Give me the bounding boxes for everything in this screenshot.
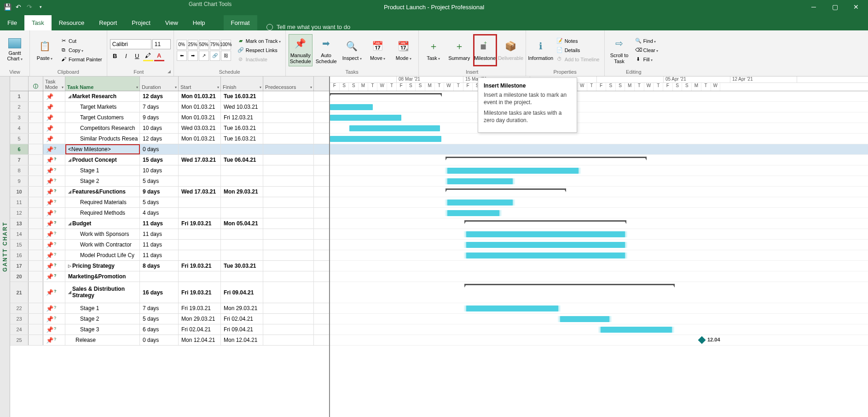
- gantt-row[interactable]: [330, 250, 868, 261]
- cell-finish[interactable]: [221, 229, 263, 239]
- cell-dur[interactable]: 11 days: [140, 240, 179, 250]
- gantt-row[interactable]: [330, 261, 868, 271]
- indent-button[interactable]: ➡: [188, 51, 198, 61]
- cell-pred[interactable]: [263, 240, 314, 250]
- cell-finish[interactable]: Mon 29.03.21: [221, 303, 263, 313]
- tab-report[interactable]: Report: [92, 15, 124, 30]
- task-mode-cell[interactable]: 📌: [43, 102, 65, 112]
- underline-button[interactable]: U: [132, 51, 142, 61]
- row-number[interactable]: 3: [10, 112, 29, 123]
- summary-bar[interactable]: [330, 93, 441, 94]
- cell-pred[interactable]: [263, 155, 314, 165]
- font-name-select[interactable]: [110, 39, 151, 49]
- task-row[interactable]: 2📌Target Markets7 daysMon 01.03.21Wed 10…: [10, 102, 329, 112]
- cell-pred[interactable]: [263, 144, 314, 154]
- cell-pred[interactable]: [263, 324, 314, 335]
- cell-pred[interactable]: [263, 91, 314, 101]
- task-row[interactable]: 6📌<New Milestone>0 days: [10, 144, 329, 155]
- row-number[interactable]: 16: [10, 250, 29, 260]
- inspect-button[interactable]: 🔍 Inspect: [340, 34, 364, 66]
- cell-start[interactable]: [179, 229, 221, 239]
- cell-finish[interactable]: Tue 16.03.21: [221, 123, 263, 133]
- cell-finish[interactable]: [221, 240, 263, 250]
- task-row[interactable]: 16📌Model Product Life Cy11 days: [10, 250, 329, 261]
- cell-finish[interactable]: Mon 05.04.21: [221, 218, 263, 229]
- row-number[interactable]: 11: [10, 197, 29, 207]
- row-number[interactable]: 17: [10, 261, 29, 271]
- task-row[interactable]: 7📌◢Product Concept15 daysWed 17.03.21Tue…: [10, 155, 329, 165]
- tab-view[interactable]: View: [158, 15, 185, 30]
- copy-button[interactable]: ⧉Copy: [58, 46, 104, 54]
- row-number[interactable]: 25: [10, 335, 29, 345]
- task-row[interactable]: 17📌▷Pricing Strategy8 daysFri 19.03.21Tu…: [10, 261, 329, 271]
- gantt-row[interactable]: [330, 165, 868, 176]
- task-mode-cell[interactable]: 📌: [43, 208, 65, 218]
- auto-schedule-button[interactable]: ➡ Auto Schedule: [314, 34, 338, 66]
- redo-icon[interactable]: ↷: [26, 3, 33, 11]
- cell-start[interactable]: Mon 01.03.21: [179, 91, 221, 101]
- col-header-rownum[interactable]: [10, 76, 29, 91]
- gantt-row[interactable]: [330, 134, 868, 144]
- cell-pred[interactable]: [263, 123, 314, 133]
- task-row[interactable]: 12📌Required Methods4 days: [10, 208, 329, 218]
- task-name-cell[interactable]: Similar Products Resea: [65, 134, 140, 144]
- row-number[interactable]: 9: [10, 176, 29, 186]
- cut-button[interactable]: ✂Cut: [58, 37, 104, 45]
- cell-start[interactable]: Mon 01.03.21: [179, 112, 221, 123]
- gantt-row[interactable]: [330, 102, 868, 112]
- cell-dur[interactable]: 5 days: [140, 314, 179, 324]
- move-button[interactable]: 📅 Move: [366, 34, 390, 66]
- row-number[interactable]: 10: [10, 187, 29, 197]
- cell-start[interactable]: Mon 12.04.21: [179, 335, 221, 345]
- gantt-row[interactable]: [330, 314, 868, 324]
- col-header-start[interactable]: Start▾: [179, 76, 221, 91]
- task-bar[interactable]: [466, 242, 625, 248]
- row-number[interactable]: 20: [10, 271, 29, 282]
- cell-start[interactable]: [179, 240, 221, 250]
- task-row[interactable]: 5📌Similar Products Resea12 daysMon 01.03…: [10, 134, 329, 144]
- task-mode-cell[interactable]: 📌: [43, 197, 65, 207]
- cell-finish[interactable]: Tue 16.03.21: [221, 134, 263, 144]
- cell-start[interactable]: Fri 02.04.21: [179, 324, 221, 335]
- cell-dur[interactable]: 6 days: [140, 324, 179, 335]
- inactivate-button[interactable]: ⊘Inactivate: [236, 55, 283, 64]
- clear-button[interactable]: ⌫Clear: [633, 46, 660, 54]
- row-number[interactable]: 24: [10, 324, 29, 335]
- qat-customize-icon[interactable]: ▾: [37, 3, 44, 11]
- cell-dur[interactable]: [140, 271, 179, 282]
- link-prev-button[interactable]: ↗: [199, 51, 209, 61]
- task-name-cell[interactable]: ▷Pricing Strategy: [65, 261, 140, 271]
- cell-pred[interactable]: [263, 134, 314, 144]
- cell-pred[interactable]: [263, 208, 314, 218]
- cell-finish[interactable]: Tue 30.03.21: [221, 261, 263, 271]
- task-bar[interactable]: [447, 200, 513, 206]
- task-name-cell[interactable]: ◢Market Research: [65, 91, 140, 101]
- row-number[interactable]: 7: [10, 155, 29, 165]
- tab-resource[interactable]: Resource: [52, 15, 92, 30]
- format-painter-button[interactable]: 🖌Format Painter: [58, 55, 104, 64]
- close-icon[interactable]: ✕: [849, 3, 863, 11]
- task-sheet[interactable]: ⓘ Task Mode▾ Task Name▾ Duration▾ Start▾…: [10, 76, 330, 417]
- gantt-row[interactable]: [330, 197, 868, 208]
- tell-me-search[interactable]: Tell me what you want to do: [266, 23, 350, 30]
- task-row[interactable]: 23📌Stage 25 daysMon 29.03.21Fri 02.04.21: [10, 314, 329, 324]
- cell-start[interactable]: Fri 19.03.21: [179, 282, 221, 303]
- task-mode-cell[interactable]: 📌: [43, 324, 65, 335]
- task-mode-cell[interactable]: 📌: [43, 134, 65, 144]
- manually-schedule-button[interactable]: 📌 Manually Schedule: [289, 34, 312, 66]
- task-name-cell[interactable]: ◢Features&Functions: [65, 187, 140, 197]
- insert-summary-button[interactable]: ＋ Summary: [447, 34, 471, 66]
- task-bar[interactable]: [330, 136, 441, 142]
- row-number[interactable]: 5: [10, 134, 29, 144]
- task-mode-cell[interactable]: 📌: [43, 261, 65, 271]
- gantt-row[interactable]: [330, 144, 868, 155]
- cell-pred[interactable]: [263, 282, 314, 303]
- details-button[interactable]: 📄Details: [555, 46, 602, 54]
- task-row[interactable]: 24📌Stage 36 daysFri 02.04.21Fri 09.04.21: [10, 324, 329, 335]
- cell-start[interactable]: [179, 197, 221, 207]
- task-row[interactable]: 21📌◢Sales & Distribution Strategy16 days…: [10, 282, 329, 303]
- cell-start[interactable]: Mon 01.03.21: [179, 134, 221, 144]
- cell-start[interactable]: [179, 144, 221, 154]
- cell-pred[interactable]: [263, 176, 314, 186]
- task-name-cell[interactable]: Work with Sponsors: [65, 229, 140, 239]
